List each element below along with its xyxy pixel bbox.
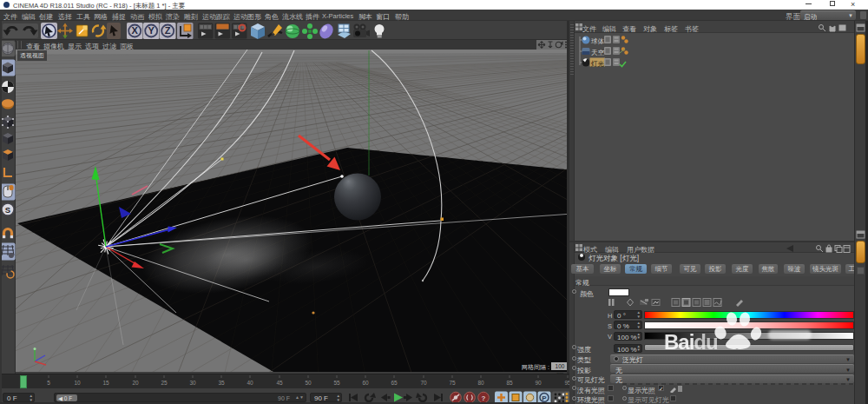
svg-text:95: 95 (564, 380, 569, 386)
svg-text:球体: 球体 (591, 37, 605, 45)
svg-text:50: 50 (305, 380, 312, 386)
svg-text:65: 65 (391, 380, 398, 386)
svg-text:40: 40 (247, 380, 253, 386)
svg-text:S: S (5, 205, 10, 215)
svg-text:5: 5 (47, 380, 50, 386)
svg-text:Z: Z (165, 25, 171, 36)
svg-text:Y: Y (148, 25, 155, 36)
svg-text:35: 35 (218, 380, 225, 386)
svg-text:30: 30 (189, 380, 196, 386)
svg-text:15: 15 (102, 380, 109, 386)
svg-text:90: 90 (535, 380, 542, 386)
svg-text:10: 10 (74, 380, 81, 386)
svg-text:20: 20 (132, 380, 139, 386)
svg-text:80: 80 (477, 380, 484, 386)
svg-text:P: P (542, 394, 547, 402)
svg-text:70: 70 (420, 380, 427, 386)
svg-text:X: X (132, 25, 139, 36)
svg-text:45: 45 (276, 380, 283, 386)
svg-text:25: 25 (161, 380, 168, 386)
svg-text:55: 55 (333, 380, 340, 386)
svg-text:天空: 天空 (591, 49, 605, 56)
svg-text:灯光: 灯光 (590, 60, 605, 68)
svg-text:?: ? (482, 394, 486, 402)
svg-text:60: 60 (362, 380, 369, 386)
svg-text:75: 75 (449, 380, 456, 386)
svg-text:85: 85 (506, 380, 513, 386)
